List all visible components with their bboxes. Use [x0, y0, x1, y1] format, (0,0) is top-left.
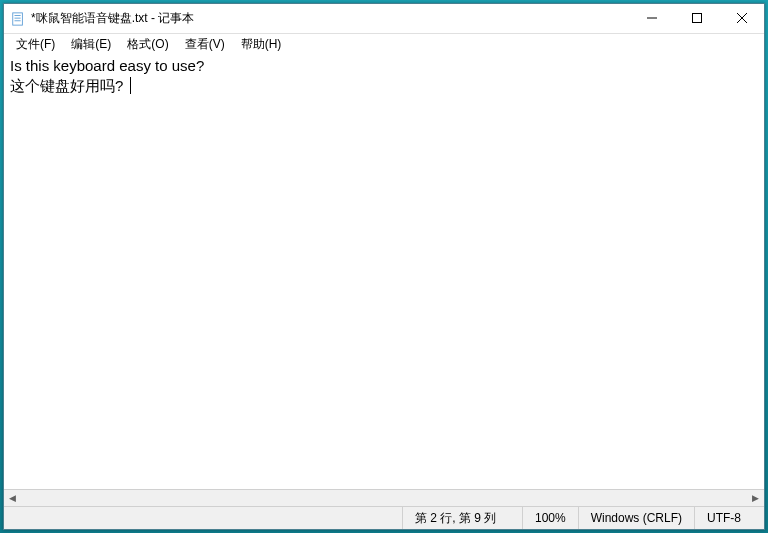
svg-rect-5	[692, 14, 701, 23]
status-encoding: UTF-8	[694, 507, 764, 529]
window-controls	[629, 4, 764, 33]
text-line: 这个键盘好用吗?	[10, 76, 758, 96]
titlebar[interactable]: *咪鼠智能语音键盘.txt - 记事本	[4, 4, 764, 34]
scroll-right-arrow-icon[interactable]: ▶	[747, 490, 764, 507]
minimize-button[interactable]	[629, 4, 674, 32]
close-button[interactable]	[719, 4, 764, 32]
window-title: *咪鼠智能语音键盘.txt - 记事本	[31, 10, 629, 27]
menu-format[interactable]: 格式(O)	[119, 34, 176, 55]
menu-view[interactable]: 查看(V)	[177, 34, 233, 55]
menu-help[interactable]: 帮助(H)	[233, 34, 290, 55]
status-cursor-position: 第 2 行, 第 9 列	[402, 507, 522, 529]
menu-file[interactable]: 文件(F)	[8, 34, 63, 55]
scroll-left-arrow-icon[interactable]: ◀	[4, 490, 21, 507]
status-spacer	[4, 507, 402, 529]
text-line: Is this keyboard easy to use?	[10, 56, 758, 76]
statusbar: 第 2 行, 第 9 列 100% Windows (CRLF) UTF-8	[4, 506, 764, 529]
notepad-icon	[10, 11, 26, 27]
status-line-ending: Windows (CRLF)	[578, 507, 694, 529]
notepad-window: *咪鼠智能语音键盘.txt - 记事本 文件(F) 编辑(E) 格式(O) 查看…	[3, 3, 765, 530]
svg-rect-0	[13, 12, 23, 24]
horizontal-scrollbar[interactable]: ◀ ▶	[4, 489, 764, 506]
status-zoom[interactable]: 100%	[522, 507, 578, 529]
maximize-button[interactable]	[674, 4, 719, 32]
text-caret	[130, 77, 131, 94]
text-editor-area[interactable]: Is this keyboard easy to use? 这个键盘好用吗?	[4, 54, 764, 489]
scroll-track[interactable]	[21, 490, 747, 506]
menu-edit[interactable]: 编辑(E)	[63, 34, 119, 55]
menubar: 文件(F) 编辑(E) 格式(O) 查看(V) 帮助(H)	[4, 34, 764, 54]
